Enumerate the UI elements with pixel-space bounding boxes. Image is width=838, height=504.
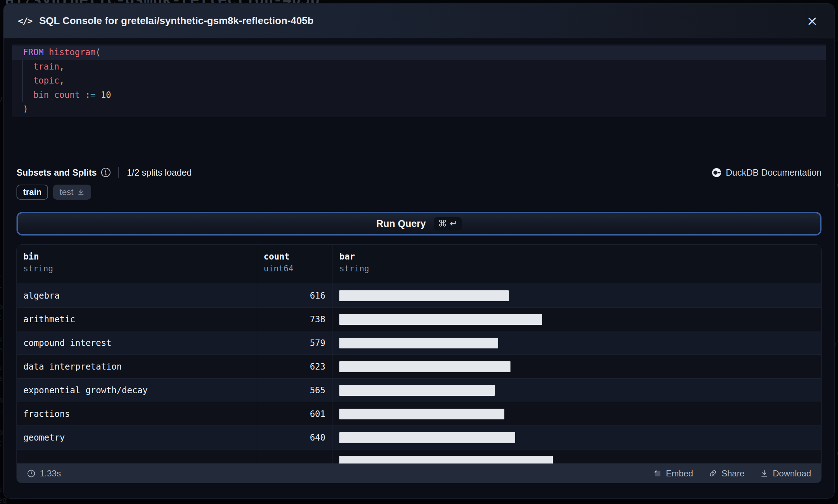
- code-token: 10: [101, 90, 111, 100]
- code-token: ,: [59, 62, 64, 72]
- background-text-fragment: w: [0, 94, 2, 103]
- bar-value: [339, 432, 515, 443]
- share-button[interactable]: Share: [709, 469, 744, 479]
- results-footer: 1.33s EmbedShareDownload: [17, 463, 821, 483]
- background-text-fragment: q: [837, 448, 838, 457]
- clock-icon: [27, 469, 36, 478]
- splits-loaded-status: 1/2 splits loaded: [127, 167, 192, 178]
- code-token: [80, 90, 85, 100]
- code-token: topic: [33, 76, 59, 86]
- table-row[interactable]: fractions601: [17, 402, 821, 426]
- duckdb-documentation-label: DuckDB Documentation: [726, 167, 821, 178]
- modal-title: SQL Console for gretelai/synthetic-gsm8k…: [39, 15, 797, 27]
- bar-value: [339, 361, 510, 372]
- bin-cell: compound interest: [17, 331, 257, 355]
- subsets-label: Subsets and Splits: [17, 167, 97, 178]
- share-label: Share: [721, 469, 744, 479]
- split-button-test[interactable]: test: [53, 185, 91, 200]
- code-token: [23, 90, 33, 100]
- code-token: FROM: [23, 47, 44, 57]
- code-token: ): [23, 104, 28, 114]
- count-cell: 616: [257, 284, 333, 307]
- code-icon: </>: [18, 16, 32, 26]
- bin-cell: exponential growth/decay: [17, 379, 257, 402]
- code-token: [44, 47, 49, 57]
- column-header-bar: barstring: [333, 245, 821, 284]
- count-cell: 601: [257, 402, 333, 425]
- bin-cell: data interpretation: [17, 355, 257, 378]
- table-header-row: binstringcountuint64barstring: [17, 245, 821, 284]
- sql-editor[interactable]: FROM histogram( train, topic, bin_count …: [12, 44, 826, 117]
- bar-value: [339, 314, 542, 325]
- code-line-4: bin_count := 10: [12, 88, 826, 103]
- column-name: count: [264, 251, 333, 263]
- table-row[interactable]: arithmetic738: [17, 308, 821, 331]
- code-line-3: topic,: [12, 74, 826, 88]
- column-name: bar: [339, 251, 821, 263]
- bin-cell: geometry: [17, 426, 257, 449]
- table-row[interactable]: algebra616: [17, 284, 821, 308]
- indent-guide: [22, 60, 23, 102]
- splits-row: traintest: [4, 185, 834, 200]
- column-name: bin: [23, 251, 257, 263]
- close-icon[interactable]: ×: [804, 13, 820, 29]
- bar-value: [339, 290, 509, 301]
- code-token: [23, 62, 33, 72]
- split-label: test: [60, 187, 74, 197]
- download-label: Download: [773, 469, 811, 479]
- embed-button[interactable]: Embed: [654, 469, 693, 479]
- query-elapsed-time: 1.33s: [27, 469, 61, 479]
- code-token: train: [33, 62, 59, 72]
- run-query-label: Run Query: [376, 218, 426, 229]
- column-header-count: countuint64: [257, 245, 333, 284]
- table-row[interactable]: geometry640: [17, 426, 821, 450]
- table-row[interactable]: exponential growth/decay565: [17, 379, 821, 402]
- code-token: ,: [59, 76, 64, 86]
- bar-cell: [333, 402, 821, 425]
- duckdb-icon: [712, 168, 721, 177]
- footer-actions: EmbedShareDownload: [654, 469, 811, 479]
- keyboard-shortcut-badge: ⌘ ↵: [434, 217, 462, 230]
- bin-cell: algebra: [17, 284, 257, 307]
- bar-cell: [333, 355, 821, 378]
- background-text-fragment: d: [837, 180, 838, 189]
- modal-header: </> SQL Console for gretelai/synthetic-g…: [4, 4, 834, 38]
- bin-cell: arithmetic: [17, 308, 257, 331]
- bar-value: [339, 338, 498, 348]
- embed-icon: [654, 470, 662, 477]
- bin-cell: fractions: [17, 402, 257, 425]
- column-type: string: [23, 263, 257, 274]
- count-cell: 738: [257, 308, 333, 331]
- info-icon[interactable]: i: [101, 168, 110, 177]
- table-body: algebra616arithmetic738compound interest…: [17, 284, 821, 473]
- count-cell: 623: [257, 355, 333, 378]
- column-header-bin: binstring: [17, 245, 257, 284]
- code-line-2: train,: [12, 60, 826, 74]
- table-row[interactable]: data interpretation623: [17, 355, 821, 379]
- count-cell: 579: [257, 331, 333, 355]
- count-cell: 640: [257, 426, 333, 449]
- bar-cell: [333, 284, 821, 307]
- divider: [118, 167, 119, 178]
- code-token: histogram: [49, 47, 95, 57]
- background-text-fragment: d: [837, 499, 838, 504]
- bar-value: [339, 409, 504, 419]
- run-query-button[interactable]: Run Query ⌘ ↵: [17, 212, 821, 236]
- duckdb-documentation-link[interactable]: DuckDB Documentation: [712, 167, 821, 178]
- split-label: train: [23, 187, 42, 197]
- code-token: [95, 90, 100, 100]
- code-token: bin_count: [33, 90, 80, 100]
- table-row[interactable]: compound interest579: [17, 331, 821, 355]
- bar-value: [339, 385, 495, 396]
- column-type: uint64: [264, 263, 333, 274]
- download-button[interactable]: Download: [760, 469, 811, 479]
- code-line-5: ): [12, 102, 826, 117]
- bar-cell: [333, 426, 821, 449]
- download-icon: [77, 189, 85, 196]
- code-token: =: [90, 90, 95, 100]
- bar-cell: [333, 308, 821, 331]
- column-type: string: [339, 263, 821, 274]
- split-button-train[interactable]: train: [17, 185, 48, 200]
- share-icon: [709, 469, 717, 477]
- count-cell: 565: [257, 379, 333, 402]
